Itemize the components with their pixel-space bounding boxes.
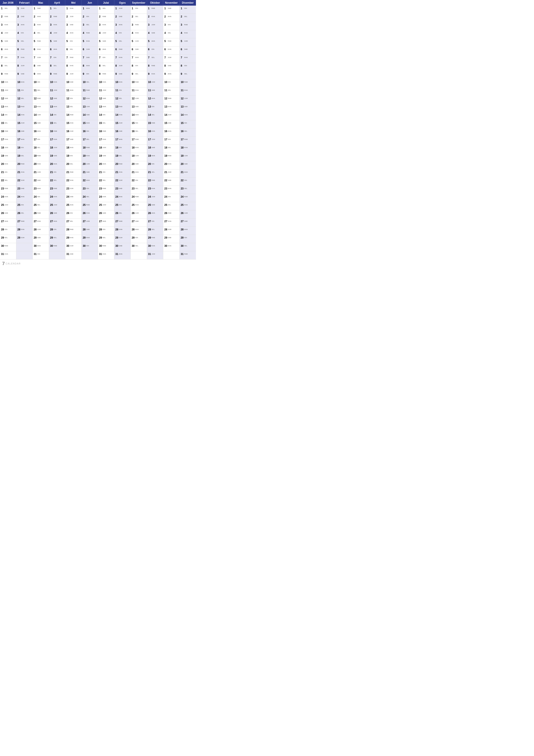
- day-name: AHA: [86, 122, 89, 124]
- day-cell: 24SEL: [82, 194, 98, 202]
- day-cell: 10AHA: [114, 79, 131, 88]
- day-cell: 4SEL: [33, 30, 49, 39]
- day-cell: 5AHA: [147, 39, 164, 46]
- day-cell: 5JUM: [180, 39, 196, 46]
- day-cell: 26SEL: [114, 210, 131, 219]
- day-cell: 13SEL: [65, 104, 82, 112]
- day-name: RAB: [37, 40, 41, 42]
- day-name: SAB: [70, 253, 73, 255]
- day-cell: 23SEL: [180, 186, 196, 194]
- day-name: SEL: [103, 179, 106, 181]
- day-cell: 16SEL: [180, 128, 196, 137]
- day-name: ISN: [184, 65, 187, 67]
- day-name: RAB: [21, 163, 24, 165]
- day-name: JUM: [184, 155, 188, 157]
- day-number: 23: [66, 187, 69, 190]
- day-number: 24: [17, 195, 20, 198]
- day-cell: 19SEL: [16, 153, 33, 161]
- day-cell: 25JUM: [49, 202, 65, 210]
- day-name: AHA: [70, 32, 73, 34]
- day-number: 13: [99, 105, 102, 108]
- day-number: 24: [181, 195, 184, 198]
- day-number: 30: [1, 244, 4, 247]
- day-name: ISN: [103, 114, 105, 116]
- day-cell: 15JUM: [114, 120, 131, 128]
- day-name: KHA: [37, 220, 41, 222]
- day-name: JUM: [54, 89, 57, 91]
- day-name: ISN: [37, 138, 40, 140]
- day-number: 12: [181, 97, 184, 100]
- day-name: ISN: [70, 40, 73, 42]
- day-number: 26: [181, 212, 184, 215]
- day-cell: 2AHA: [163, 14, 180, 22]
- day-name: SEL: [135, 245, 139, 247]
- day-number: 8: [1, 64, 4, 67]
- day-cell: 13SAB: [180, 104, 196, 112]
- day-name: SAB: [135, 48, 139, 50]
- day-cell: 23SAB: [16, 186, 33, 194]
- day-number: 24: [132, 195, 135, 198]
- day-name: SAB: [103, 155, 106, 157]
- day-cell: 30RAB: [98, 243, 114, 251]
- day-number: 1: [99, 7, 102, 10]
- day-number: 7: [132, 56, 135, 59]
- day-cell: 3ISN: [163, 22, 180, 30]
- day-cell: 14JUM: [33, 112, 49, 120]
- day-cell: [163, 251, 180, 259]
- day-name: AHA: [119, 196, 122, 198]
- day-number: 14: [164, 113, 167, 116]
- day-number: 26: [115, 212, 118, 215]
- day-name: ISN: [86, 187, 89, 189]
- day-cell: 9ISN: [82, 71, 98, 79]
- day-number: 11: [115, 89, 118, 92]
- day-name: KHA: [54, 81, 57, 83]
- day-name: KHA: [152, 187, 155, 189]
- day-number: 23: [115, 187, 118, 190]
- day-number: 27: [164, 220, 167, 223]
- day-cell: [16, 251, 33, 259]
- day-number: 15: [132, 122, 135, 124]
- day-name: JUM: [152, 196, 155, 198]
- day-number: 12: [83, 97, 86, 100]
- day-cell: 17ISN: [33, 137, 49, 145]
- day-name: KHA: [54, 24, 57, 26]
- day-name: SAB: [168, 237, 171, 239]
- day-cell: 3JUM: [147, 22, 164, 30]
- day-cell: 11ISN: [16, 88, 33, 96]
- day-name: SEL: [5, 237, 8, 239]
- day-name: ISN: [86, 73, 89, 75]
- day-cell: 19RAB: [33, 153, 49, 161]
- day-name: AHA: [5, 220, 8, 222]
- day-name: AHA: [168, 187, 171, 189]
- day-number: 13: [17, 105, 20, 108]
- day-number: 3: [1, 23, 4, 26]
- day-number: 4: [66, 32, 69, 35]
- day-cell: 21SEL: [147, 169, 164, 177]
- day-number: 15: [164, 122, 167, 124]
- day-name: KHA: [103, 253, 106, 255]
- day-number: 8: [34, 64, 37, 67]
- day-number: 6: [115, 48, 118, 51]
- day-number: 7: [164, 56, 167, 59]
- day-cell: 23SEL: [131, 186, 147, 194]
- day-number: 26: [164, 212, 167, 215]
- day-cell: 6AHA: [0, 46, 16, 55]
- day-cell: 3AHA: [16, 22, 33, 30]
- day-cell: 30JUM: [65, 243, 82, 251]
- day-name: SAB: [5, 97, 8, 99]
- day-name: RAB: [119, 220, 122, 222]
- day-cell: 12KHA: [82, 96, 98, 104]
- day-number: 3: [99, 23, 102, 26]
- day-name: SAB: [37, 65, 41, 67]
- day-name: KHA: [168, 220, 171, 222]
- day-name: ISN: [152, 163, 154, 165]
- day-name: JUM: [119, 7, 122, 9]
- day-cell: 29SEL: [49, 235, 65, 243]
- day-cell: 21ISN: [49, 169, 65, 177]
- day-cell: 24RAB: [180, 194, 196, 202]
- day-cell: 30SEL: [131, 243, 147, 251]
- day-name: AHA: [54, 48, 57, 50]
- day-number: 11: [50, 89, 53, 92]
- day-name: SAB: [152, 204, 155, 206]
- day-number: 9: [1, 72, 4, 75]
